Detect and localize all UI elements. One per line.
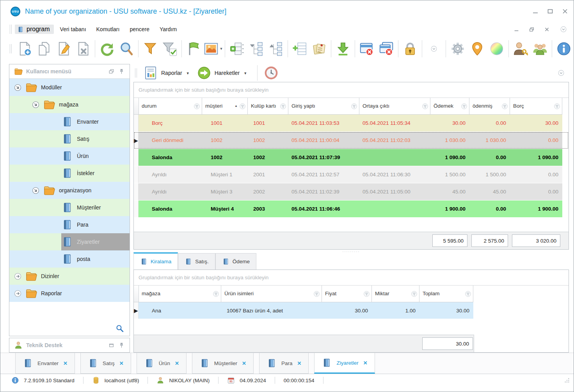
column-header-giri-yapt[interactable]: Giriş yaptı	[288, 98, 359, 115]
menu-item-program[interactable]: program	[15, 25, 54, 34]
sidebar-item-ma-aza[interactable]: mağaza	[9, 96, 130, 113]
visit-row[interactable]: SalondaMüşteri 4200305.04.2021 11:06:461…	[134, 200, 569, 218]
tab-close-icon[interactable]: ✕	[242, 360, 246, 366]
sidebar-item-ziyaretler[interactable]: Ziyaretler	[9, 233, 130, 250]
expander-open-icon[interactable]	[13, 83, 22, 92]
menu-item-veri-taban[interactable]: Veri tabanı	[56, 25, 90, 34]
expander-open-icon[interactable]	[31, 100, 40, 109]
collapse-tree-button[interactable]	[247, 39, 266, 59]
actionsbar-more-icon[interactable]	[557, 69, 565, 77]
horizontal-splitter[interactable]: ·········	[133, 250, 569, 253]
menu-item-pencere[interactable]: pencere	[126, 25, 153, 34]
sidebar-search-icon[interactable]	[116, 324, 124, 333]
sidebar-item-posta[interactable]: posta	[9, 250, 130, 268]
visit-row-selected[interactable]: ▶Geri dönmedi1002100205.04.2021 11:00:04…	[134, 132, 569, 149]
edit-record-button[interactable]	[54, 39, 73, 59]
detail-group-by-panel[interactable]: Gruplandırmak için bir sütun başlığını b…	[134, 270, 569, 286]
column-header-denmi[interactable]: ödenmiş	[469, 98, 510, 115]
maximize-icon[interactable]	[547, 8, 553, 14]
close-window-button[interactable]	[357, 39, 377, 59]
movements-icon[interactable]	[197, 66, 211, 80]
reports-icon[interactable]	[143, 66, 158, 80]
sidebar-item-envanter[interactable]: Envanter	[9, 113, 130, 130]
column-filter-icon[interactable]	[501, 103, 508, 110]
menu-item-komutlar[interactable]: Komutları	[92, 25, 124, 34]
detail-tab-kiralama[interactable]: Kiralama	[133, 252, 178, 270]
resize-grip-icon[interactable]	[564, 378, 570, 383]
column-filter-icon[interactable]	[411, 291, 418, 297]
settings-button[interactable]	[448, 39, 467, 59]
sidebar-item-i-stekler[interactable]: İstekler	[9, 165, 130, 182]
column-header-m-teri[interactable]: müşteri▲	[202, 98, 248, 115]
window-tab-sat[interactable]: Satış✕	[80, 353, 131, 374]
close-icon[interactable]	[562, 8, 568, 14]
window-tab-ziyaretler[interactable]: Ziyaretler✕	[314, 353, 375, 374]
tab-close-icon[interactable]: ✕	[297, 360, 302, 366]
column-header-durum[interactable]: durum	[139, 98, 202, 115]
restore-panel-icon[interactable]	[108, 342, 115, 349]
group-by-panel[interactable]: Gruplandırmak için bir sütun başlığını b…	[134, 82, 569, 98]
detail-tab-sat[interactable]: Satış.	[178, 253, 215, 270]
expander-closed-icon[interactable]	[13, 289, 22, 298]
image-mode-button[interactable]: ▼	[203, 39, 223, 59]
window-tab-r-n[interactable]: Ürün✕	[137, 353, 187, 374]
column-header-ma-aza[interactable]: mağaza	[139, 286, 221, 302]
mdi-minimize-icon[interactable]	[514, 27, 519, 32]
column-header-fiyat[interactable]: Fiyat	[322, 286, 372, 302]
expand-tree-button[interactable]	[266, 39, 286, 59]
location-button[interactable]	[467, 39, 487, 59]
sidebar-item-mod-ller[interactable]: Modüller	[9, 79, 130, 96]
sidebar-item-para[interactable]: Para	[9, 216, 130, 233]
lock-button[interactable]	[400, 39, 420, 59]
sidebar-item-m-teriler[interactable]: Müşteriler	[9, 199, 130, 216]
add-row-button[interactable]	[290, 39, 309, 59]
column-filter-icon[interactable]	[313, 291, 320, 297]
users-button[interactable]	[530, 39, 550, 59]
window-tab-m-teriler[interactable]: Müşteriler✕	[192, 353, 254, 374]
more-options-button[interactable]	[424, 39, 444, 59]
new-record-button[interactable]	[15, 39, 34, 59]
delete-record-button[interactable]	[73, 39, 93, 59]
detail-tab-deme[interactable]: Ödeme	[215, 253, 256, 270]
actionsbar-grip[interactable]	[135, 68, 137, 78]
filter-apply-button[interactable]	[160, 39, 179, 59]
window-tab-envanter[interactable]: Envanter✕	[15, 353, 75, 374]
pin-panel-icon[interactable]	[118, 68, 125, 75]
tab-close-icon[interactable]: ✕	[119, 360, 124, 366]
info-button[interactable]	[554, 39, 574, 59]
flag-button[interactable]	[184, 39, 203, 59]
support-panel[interactable]: Teknik Destek	[9, 338, 130, 353]
sidebar-item-raporlar[interactable]: Raporlar	[9, 285, 130, 302]
column-header-demek[interactable]: Ödemek	[430, 98, 469, 115]
visit-row[interactable]: Salonda1002100205.04.2021 11:07:391 090.…	[134, 149, 569, 166]
copy-record-button[interactable]	[34, 39, 54, 59]
column-filter-icon[interactable]	[422, 103, 428, 110]
window-tab-para[interactable]: Para✕	[259, 353, 309, 374]
visit-row[interactable]: AyrıldıMüşteri 1200105.04.2021 11:02:570…	[134, 166, 569, 183]
column-filter-icon[interactable]	[194, 103, 200, 110]
expander-closed-icon[interactable]	[13, 272, 22, 281]
detail-row-selected[interactable]: ▶Ana10067 Bazı ürün 4, adet30.001.0030.0…	[134, 302, 569, 319]
sidebar-item-dizinler[interactable]: Dizinler	[9, 268, 130, 285]
column-filter-icon[interactable]	[363, 291, 370, 297]
colors-button[interactable]	[487, 39, 506, 59]
column-filter-icon[interactable]	[280, 103, 286, 110]
pin-support-icon[interactable]	[118, 342, 125, 349]
mdi-restore-icon[interactable]	[529, 27, 534, 32]
menu-item-yard-m[interactable]: Yardım	[156, 25, 181, 34]
column-filter-icon[interactable]	[213, 291, 219, 297]
column-header-r-n-isimleri[interactable]: Ürün isimleri	[221, 286, 322, 302]
float-panel-icon[interactable]	[108, 68, 115, 75]
movements-dropdown[interactable]: Hareketler	[215, 70, 240, 76]
expander-open-icon[interactable]	[31, 186, 40, 195]
column-filter-icon[interactable]	[461, 103, 467, 110]
visit-row[interactable]: AyrıldıMüşteri 3200205.04.2021 11:02:390…	[134, 183, 569, 200]
column-filter-icon[interactable]	[465, 291, 471, 297]
column-header-toplam[interactable]: Toplam	[419, 286, 473, 302]
column-header-bor[interactable]: Borç	[510, 98, 562, 115]
reports-dropdown[interactable]: Raporlar	[161, 70, 182, 76]
tab-close-icon[interactable]: ✕	[63, 360, 68, 366]
toolbar-grip[interactable]	[10, 44, 12, 53]
sidebar-item-r-n[interactable]: Ürün	[9, 147, 130, 165]
visit-row[interactable]: Borç1001100105.04.2021 11:03:5305.04.202…	[134, 115, 569, 132]
